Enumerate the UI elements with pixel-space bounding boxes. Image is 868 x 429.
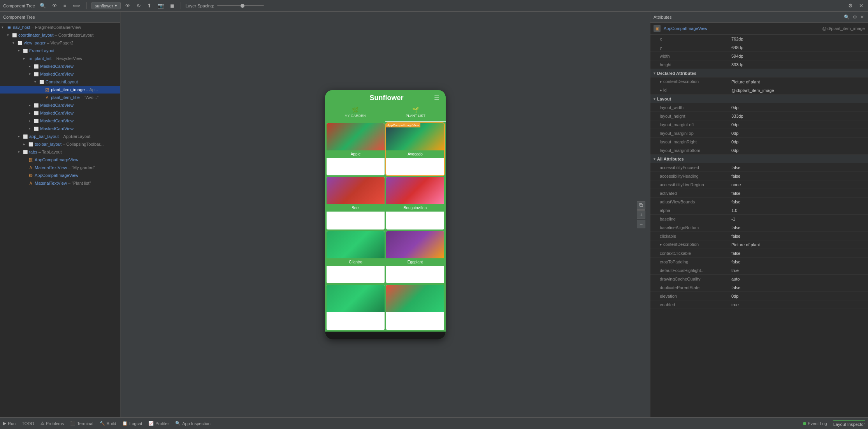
refresh-icon[interactable]: ↻ xyxy=(135,2,142,9)
logcat-btn[interactable]: 📋 Logcat xyxy=(122,421,142,426)
attr-expandable-id[interactable]: ▸ id@id/plant_item_image xyxy=(650,86,868,95)
zoom-out-btn[interactable]: − xyxy=(637,220,645,228)
attr-search-icon[interactable]: 🔍 xyxy=(843,14,850,20)
tree-node-label: plant_item_title – "Avo..." xyxy=(51,95,98,100)
attr-key: baselineAlignBottom xyxy=(654,225,731,230)
attr-close-icon[interactable]: ✕ xyxy=(859,14,865,20)
tree-item-plant_item_image[interactable]: 🖼plant_item_image – Ap... xyxy=(0,86,120,94)
plant-card-Beet[interactable]: Beet xyxy=(327,177,385,230)
tab-label: MY GARDEN xyxy=(344,114,365,118)
app-inspection-btn[interactable]: 🔍 App Inspection xyxy=(175,421,211,426)
run-icon: ▶ xyxy=(3,421,6,426)
phone-tabs: 🌿MY GARDEN🌱PLANT LIST xyxy=(325,102,446,122)
tab-icon: 🌿 xyxy=(352,107,358,113)
tree-node-icon: ⬜ xyxy=(28,141,33,147)
plant-card-6[interactable] xyxy=(327,285,385,330)
tree-item-framelayout[interactable]: ▾⬜FrameLayout xyxy=(0,47,120,55)
list-icon[interactable]: ≡ xyxy=(62,2,68,9)
attr-row-alpha: alpha1.0 xyxy=(650,206,868,215)
tree-node-icon: ⬜ xyxy=(23,149,28,155)
attr-key: elevation xyxy=(654,294,731,298)
tree-item-appcompat1[interactable]: 🖼AppCompatImageView xyxy=(0,156,120,164)
tree-item-app_bar_layout[interactable]: ▸⬜app_bar_layout – AppBarLayout xyxy=(0,132,120,140)
tree-node-label: AppCompatImageView xyxy=(35,173,78,178)
close-panel-icon[interactable]: ✕ xyxy=(857,2,865,9)
tree-item-toolbar_layout[interactable]: ▸⬜toolbar_layout – CollapsingToolbar... xyxy=(0,140,120,148)
plant-card-Eggplant[interactable]: Eggplant xyxy=(386,231,444,284)
tree-item-plant_list[interactable]: ▸≡plant_list – RecyclerView xyxy=(0,55,120,62)
camera-icon[interactable]: 📷 xyxy=(156,2,165,9)
attr-key: height xyxy=(654,62,731,67)
attr-row-layout_height: layout_height333dp xyxy=(650,112,868,120)
tree-node-label: MaskedCardView xyxy=(40,111,74,115)
attr-row-contextClickable: contextClickablefalse xyxy=(650,249,868,258)
attr-component-name: AppCompatImageView xyxy=(664,26,819,31)
terminal-btn[interactable]: ⬛ Terminal xyxy=(70,421,93,426)
tree-arrow: ▾ xyxy=(7,33,12,37)
tree-item-maskedcard3[interactable]: ▸⬜MaskedCardView xyxy=(0,101,120,109)
profiler-btn[interactable]: 📈 Profiler xyxy=(148,421,169,426)
attr-expandable-contentDescription[interactable]: ▸ contentDescriptionPicture of plant xyxy=(650,78,868,86)
tree-node-label: app_bar_layout – AppBarLayout xyxy=(29,134,90,139)
tree-item-coordinator_layout[interactable]: ▾⬜coordinator_layout – CoordinatorLayout xyxy=(0,31,120,39)
attr-expandable-contentDescription[interactable]: ▸ contentDescriptionPicture of plant xyxy=(650,240,868,249)
tree-item-view_pager[interactable]: ▾⬜view_pager – ViewPager2 xyxy=(0,39,120,47)
preview-icon[interactable]: 👁 xyxy=(124,2,132,9)
settings-icon[interactable]: ⚙ xyxy=(847,2,854,9)
layer-spacing-slider[interactable] xyxy=(217,5,264,6)
tree-node-label: coordinator_layout – CoordinatorLayout xyxy=(18,33,93,37)
plant-card-7[interactable] xyxy=(386,285,444,330)
expand-icon[interactable]: ⟺ xyxy=(71,2,82,9)
copy-zoom-btn[interactable]: ⧉ xyxy=(637,201,645,210)
app-inspection-icon: 🔍 xyxy=(175,421,181,426)
attr-section-layout[interactable]: ▾ Layout xyxy=(650,95,868,103)
run-btn[interactable]: ▶ Run xyxy=(3,421,16,426)
tree-item-constraintlayout[interactable]: ▾⬜ConstraintLayout xyxy=(0,78,120,86)
tree-item-maskedcard5[interactable]: ▸⬜MaskedCardView xyxy=(0,117,120,125)
tree-item-maskedcard6[interactable]: ▸⬜MaskedCardView xyxy=(0,125,120,132)
attr-settings-icon[interactable]: ⚙ xyxy=(852,14,858,20)
eye-icon[interactable]: 👁 xyxy=(51,2,59,9)
plant-card-Cilantro[interactable]: Cilantro xyxy=(327,231,385,284)
plant-card-Bougainvillea[interactable]: Bougainvillea xyxy=(386,177,444,230)
attr-section-all-attributes[interactable]: ▾ All Attributes xyxy=(650,155,868,163)
tree-item-plant_item_title[interactable]: Aplant_item_title – "Avo..." xyxy=(0,94,120,101)
section-arrow: ▾ xyxy=(654,157,655,161)
plant-card-Apple[interactable]: Apple xyxy=(327,123,385,176)
attr-value: 0dp xyxy=(731,294,865,298)
tree-arrow: ▾ xyxy=(34,80,39,84)
tree-node-label: view_pager – ViewPager2 xyxy=(24,41,74,45)
build-btn[interactable]: 🔨 Build xyxy=(100,421,116,426)
plant-image xyxy=(386,285,444,312)
main-content: Component Tree ▾☰nav_host – FragmentCont… xyxy=(0,12,868,417)
attr-key: adjustViewBounds xyxy=(654,199,731,204)
problems-btn[interactable]: ⚠ Problems xyxy=(40,421,64,426)
tree-item-material2[interactable]: AMaterialTextView – "Plant list" xyxy=(0,179,120,187)
attr-value: false xyxy=(731,234,865,238)
attr-section-declared-attributes[interactable]: ▾ Declared Attributes xyxy=(650,69,868,78)
tree-item-tabs[interactable]: ▾⬜tabs – TabLayout xyxy=(0,148,120,156)
attr-key: layout_width xyxy=(654,105,731,110)
tree-node-label: MaskedCardView xyxy=(40,103,74,108)
tree-node-label: plant_list – RecyclerView xyxy=(35,56,82,61)
tree-item-nav_host[interactable]: ▾☰nav_host – FragmentContainerView xyxy=(0,23,120,31)
event-log-btn[interactable]: Event Log xyxy=(803,421,827,426)
tree-item-appcompat2[interactable]: 🖼AppCompatImageView xyxy=(0,171,120,179)
tree-item-maskedcard1[interactable]: ▸⬜MaskedCardView xyxy=(0,62,120,70)
stop-icon[interactable]: ◼ xyxy=(169,2,176,9)
phone-tab-my-garden[interactable]: 🌿MY GARDEN xyxy=(325,105,385,122)
app-dropdown[interactable]: sunflower ▾ xyxy=(91,2,121,9)
tree-item-maskedcard2[interactable]: ▾⬜MaskedCardView xyxy=(0,70,120,78)
tree-item-maskedcard4[interactable]: ▸⬜MaskedCardView xyxy=(0,109,120,117)
todo-btn[interactable]: TODO xyxy=(22,421,34,426)
plant-image xyxy=(327,177,385,204)
zoom-in-btn[interactable]: + xyxy=(637,210,645,219)
attr-value: false xyxy=(731,199,865,204)
plant-card-Avocado[interactable]: AppCompatImageViewAvocado xyxy=(386,123,444,176)
export-icon[interactable]: ⬆ xyxy=(146,2,153,9)
search-icon[interactable]: 🔍 xyxy=(38,2,47,9)
tree-arrow: ▸ xyxy=(29,111,33,115)
layout-inspector-tab[interactable]: Layout Inspector xyxy=(833,420,865,427)
phone-tab-plant-list[interactable]: 🌱PLANT LIST xyxy=(385,105,446,122)
tree-item-material1[interactable]: AMaterialTextView – "My garden" xyxy=(0,164,120,171)
